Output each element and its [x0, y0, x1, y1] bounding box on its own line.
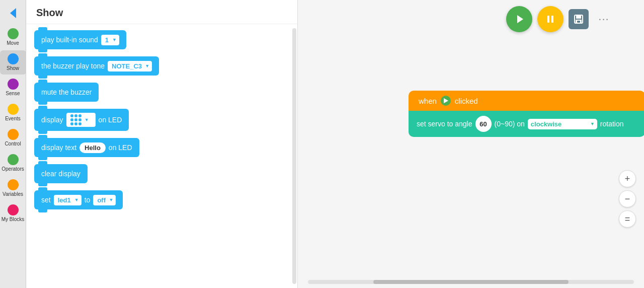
block-play-sound-label: play built-in sound — [41, 36, 98, 44]
svg-marker-8 — [444, 98, 448, 103]
sidebar: Move Show Sense Events Control Operators… — [0, 0, 26, 288]
run-icon — [513, 13, 525, 25]
svg-rect-2 — [547, 16, 549, 23]
sidebar-item-variables-label: Variables — [3, 191, 23, 197]
canvas-blocks: when clicked set servo to angle 60 (0~90… — [409, 91, 644, 137]
pause-button[interactable] — [537, 6, 564, 32]
to-label: to — [85, 196, 91, 204]
sidebar-item-myblocks-label: My Blocks — [2, 217, 25, 223]
sidebar-item-show[interactable]: Show — [0, 50, 26, 75]
sidebar-item-sense-label: Sense — [6, 91, 20, 97]
sidebar-item-control-label: Control — [5, 141, 21, 147]
block-play-sound[interactable]: play built-in sound 1 2 3 — [34, 30, 126, 49]
off-dropdown[interactable]: off on — [93, 195, 116, 205]
led-pattern-dropdown-wrapper — [84, 117, 92, 123]
range-label: (0~90) on — [495, 120, 525, 128]
canvas-area: ··· when clicked set servo to angle 60 (… — [298, 0, 644, 288]
pause-icon — [545, 14, 556, 25]
canvas-toolbar: ··· — [506, 6, 614, 32]
run-button[interactable] — [506, 6, 532, 32]
action-block[interactable]: set servo to angle 60 (0~90) on clockwis… — [409, 111, 644, 137]
canvas-scrollbar[interactable] — [308, 280, 634, 284]
play-sound-dropdown[interactable]: 1 2 3 — [101, 35, 119, 45]
zoom-controls: + − = — [619, 170, 636, 228]
flag-icon — [441, 96, 451, 106]
svg-rect-3 — [551, 16, 553, 23]
sidebar-item-events[interactable]: Events — [0, 101, 26, 125]
block-display-text[interactable]: display text Hello on LED — [34, 138, 139, 157]
sidebar-item-operators[interactable]: Operators — [0, 151, 26, 175]
sidebar-item-events-label: Events — [5, 116, 21, 122]
show-icon — [8, 53, 19, 64]
block-buzzer-tone[interactable]: the buzzer play tone NOTE_C3 NOTE_63 NOT… — [34, 56, 159, 76]
zoom-out-icon: − — [625, 194, 630, 204]
led-dots — [70, 114, 82, 125]
sidebar-item-operators-label: Operators — [2, 166, 24, 172]
back-button[interactable] — [4, 4, 22, 22]
rotation-label: rotation — [600, 120, 624, 128]
blocks-panel: Show play built-in sound 1 2 3 the buzze… — [26, 0, 298, 288]
panel-title: Show — [26, 0, 297, 24]
svg-marker-1 — [517, 15, 523, 23]
led-pattern-dropdown[interactable] — [84, 117, 92, 123]
blocks-list: play built-in sound 1 2 3 the buzzer pla… — [26, 24, 291, 288]
myblocks-icon — [8, 204, 19, 215]
off-dropdown-wrapper: off on — [93, 195, 116, 205]
event-block[interactable]: when clicked — [409, 91, 644, 111]
sidebar-item-move[interactable]: Move — [0, 25, 26, 49]
direction-dropdown-wrapper: clockwise counterclockwise — [528, 119, 597, 129]
clear-display-label: clear display — [41, 170, 80, 178]
display-text-label-before: display text — [41, 143, 76, 152]
sense-icon — [8, 79, 19, 90]
clicked-label: clicked — [455, 97, 478, 105]
display-text-label-after: on LED — [109, 143, 132, 152]
svg-rect-7 — [577, 21, 580, 23]
zoom-in-button[interactable]: + — [619, 170, 636, 187]
blocks-body: play built-in sound 1 2 3 the buzzer pla… — [26, 24, 297, 288]
set-servo-label: set servo to angle — [417, 120, 472, 128]
block-display-led[interactable]: display on LED — [34, 109, 129, 131]
sidebar-item-move-label: Move — [7, 40, 19, 46]
direction-dropdown[interactable]: clockwise counterclockwise — [531, 120, 594, 128]
variables-icon — [8, 179, 19, 190]
buzzer-tone-dropdown-wrapper: NOTE_C3 NOTE_63 NOTE_D3 — [108, 61, 152, 71]
sidebar-item-variables[interactable]: Variables — [0, 176, 26, 200]
set-label: set — [41, 196, 51, 204]
events-icon — [8, 104, 19, 115]
zoom-reset-icon: = — [625, 214, 630, 225]
control-icon — [8, 129, 19, 140]
move-icon — [8, 28, 19, 39]
block-mute-buzzer[interactable]: mute the buzzer — [34, 83, 99, 102]
sidebar-item-sense[interactable]: Sense — [0, 76, 26, 100]
panel-scrollbar[interactable] — [292, 28, 296, 284]
display-led-label-after: on LED — [99, 116, 122, 124]
zoom-out-button[interactable]: − — [619, 190, 636, 207]
buzzer-tone-dropdown[interactable]: NOTE_C3 NOTE_63 NOTE_D3 — [108, 61, 152, 71]
block-clear-display[interactable]: clear display — [34, 164, 88, 183]
zoom-reset-button[interactable]: = — [619, 210, 636, 228]
play-sound-dropdown-wrapper: 1 2 3 — [101, 35, 119, 45]
more-icon: ··· — [598, 13, 609, 26]
svg-marker-0 — [10, 8, 16, 18]
canvas-scrollbar-thumb — [373, 280, 569, 284]
sidebar-item-myblocks[interactable]: My Blocks — [0, 201, 26, 226]
buzzer-tone-label: the buzzer play tone — [41, 62, 105, 70]
mute-buzzer-label: mute the buzzer — [41, 88, 92, 96]
led1-dropdown-wrapper: led1 led2 — [54, 195, 82, 205]
when-label: when — [419, 97, 437, 105]
block-set-led[interactable]: set led1 led2 to off on — [34, 190, 123, 209]
sidebar-item-control[interactable]: Control — [0, 126, 26, 150]
svg-rect-5 — [576, 15, 581, 19]
zoom-in-icon: + — [625, 174, 630, 184]
led-icon[interactable] — [66, 113, 96, 127]
sidebar-item-show-label: Show — [7, 65, 19, 71]
more-button[interactable]: ··· — [594, 9, 614, 29]
save-icon — [573, 14, 584, 25]
display-text-input[interactable]: Hello — [79, 142, 106, 153]
save-button[interactable] — [569, 9, 589, 29]
led1-dropdown[interactable]: led1 led2 — [54, 195, 82, 205]
display-led-label-before: display — [41, 116, 63, 124]
operators-icon — [8, 154, 19, 165]
angle-value[interactable]: 60 — [475, 116, 492, 132]
